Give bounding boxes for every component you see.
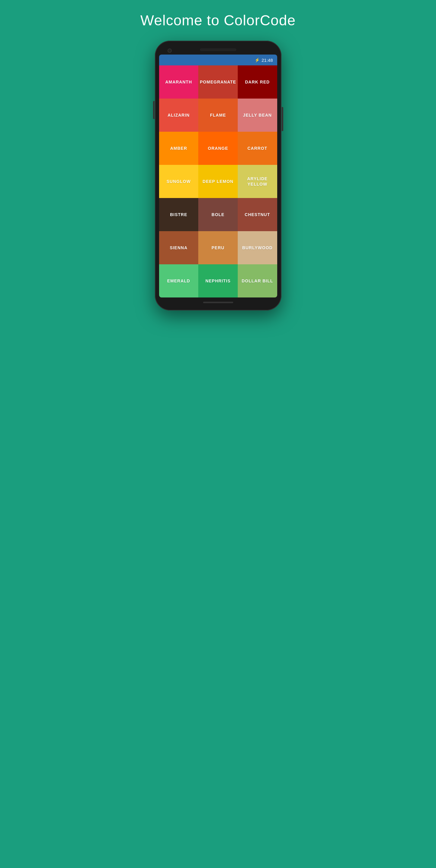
color-cell-label: ALIZARIN [167, 113, 189, 118]
color-cell-label: ORANGE [208, 146, 228, 151]
color-cell[interactable]: DOLLAR BILL [238, 264, 277, 298]
color-cell[interactable]: CARROT [238, 132, 277, 165]
phone-frame: ⚡ 21:48 AMARANTHPOMEGRANATEDARK REDALIZA… [155, 41, 281, 310]
color-cell[interactable]: AMARANTH [159, 65, 198, 98]
color-cell[interactable]: AMBER [159, 132, 198, 165]
status-time: 21:48 [261, 58, 273, 63]
color-cell-label: SIENNA [169, 245, 187, 250]
color-cell[interactable]: SUNGLOW [159, 165, 198, 198]
page-title: Welcome to ColorCode [141, 12, 295, 29]
color-cell[interactable]: BOLE [198, 198, 238, 231]
color-cell-label: BISTRE [170, 212, 187, 217]
color-cell-label: AMBER [170, 146, 187, 151]
status-bar: ⚡ 21:48 [159, 55, 277, 65]
color-cell[interactable]: NEPHRITIS [198, 264, 238, 298]
color-cell-label: ARYLIDE YELLOW [238, 176, 277, 187]
color-cell-label: DARK RED [245, 79, 270, 85]
color-cell-label: POMEGRANATE [200, 79, 236, 85]
phone-top-bar [159, 46, 277, 55]
speaker-bar [200, 49, 236, 51]
color-cell[interactable]: ARYLIDE YELLOW [238, 165, 277, 198]
color-cell[interactable]: JELLY BEAN [238, 98, 277, 132]
color-cell-label: NEPHRITIS [206, 278, 231, 284]
camera-dot [167, 49, 172, 53]
color-cell[interactable]: ORANGE [198, 132, 238, 165]
color-cell-label: DOLLAR BILL [242, 278, 273, 284]
color-cell-label: BOLE [212, 212, 224, 217]
color-cell[interactable]: BURLYWOOD [238, 231, 277, 264]
phone-bottom-bar [159, 298, 277, 305]
color-cell[interactable]: DEEP LEMON [198, 165, 238, 198]
color-cell-label: CARROT [247, 146, 267, 151]
color-cell-label: DEEP LEMON [203, 179, 233, 184]
home-bar [203, 302, 233, 303]
color-cell[interactable]: POMEGRANATE [198, 65, 238, 98]
color-cell-label: PERU [212, 245, 224, 250]
battery-icon: ⚡ [255, 58, 260, 62]
color-cell[interactable]: DARK RED [238, 65, 277, 98]
color-cell[interactable]: CHESTNUT [238, 198, 277, 231]
color-cell[interactable]: ALIZARIN [159, 98, 198, 132]
color-cell[interactable]: BISTRE [159, 198, 198, 231]
color-cell-label: JELLY BEAN [243, 113, 272, 118]
color-grid: AMARANTHPOMEGRANATEDARK REDALIZARINFLAME… [159, 65, 277, 298]
phone-screen: ⚡ 21:48 AMARANTHPOMEGRANATEDARK REDALIZA… [159, 55, 277, 298]
color-cell[interactable]: SIENNA [159, 231, 198, 264]
color-cell-label: CHESTNUT [245, 212, 270, 217]
color-cell-label: AMARANTH [165, 79, 192, 85]
color-cell-label: BURLYWOOD [242, 245, 273, 250]
color-cell-label: EMERALD [167, 278, 190, 284]
color-cell[interactable]: PERU [198, 231, 238, 264]
color-cell-label: SUNGLOW [167, 179, 191, 184]
color-cell[interactable]: EMERALD [159, 264, 198, 298]
color-cell[interactable]: FLAME [198, 98, 238, 132]
color-cell-label: FLAME [210, 113, 226, 118]
